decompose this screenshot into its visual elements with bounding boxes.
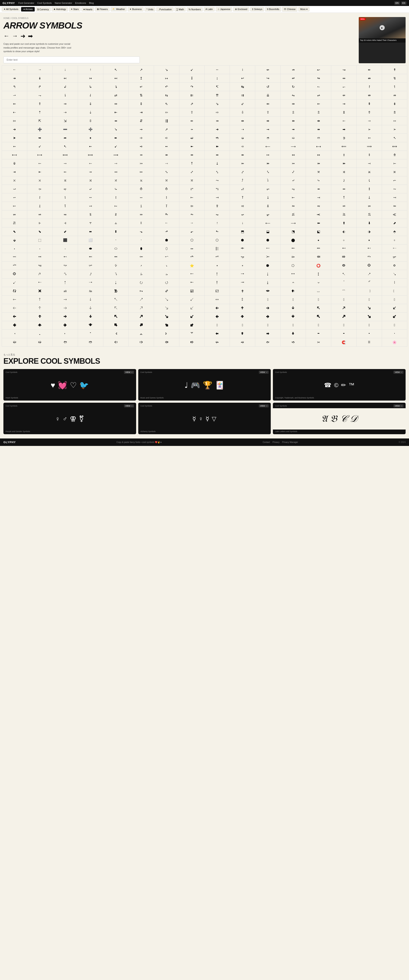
symbol-cell[interactable]: 🢃 [78, 321, 103, 329]
symbol-cell[interactable]: ⤟ [103, 168, 129, 176]
symbol-cell[interactable]: ⥢ [179, 202, 205, 210]
symbol-cell[interactable]: ↿ [382, 83, 407, 91]
symbol-cell[interactable]: 🢂 [53, 321, 78, 329]
symbol-cell[interactable]: ⥨ [331, 202, 356, 210]
symbol-cell[interactable]: ⥌ [27, 193, 53, 202]
symbol-cell[interactable]: ⬩ [2, 244, 27, 253]
symbol-cell[interactable]: 🡹 [230, 312, 255, 321]
symbol-cell[interactable]: ⤬ [27, 176, 53, 185]
symbol-cell[interactable]: ⬿ [154, 253, 179, 261]
symbol-cell[interactable]: 🗣 [280, 287, 306, 295]
symbol-cell[interactable]: 🡔 [103, 295, 129, 304]
symbol-cell[interactable]: 🢦 [154, 338, 179, 347]
symbol-cell[interactable]: ↑ [205, 219, 230, 227]
symbol-cell[interactable]: 🡥 [129, 304, 154, 312]
symbol-cell[interactable]: ⬋ [53, 227, 78, 236]
symbol-cell[interactable]: ↧ [179, 74, 205, 83]
symbol-cell[interactable]: ⥯ [103, 210, 129, 219]
symbol-cell[interactable]: ⇄ [103, 91, 129, 99]
symbol-cell[interactable]: ➻ [154, 142, 179, 151]
symbol-cell[interactable]: 🡒 [53, 295, 78, 304]
symbol-cell[interactable]: 🢤 [103, 338, 129, 347]
symbol-cell[interactable]: ⬧ [356, 236, 382, 244]
symbol-cell[interactable]: ⇃ [78, 91, 103, 99]
symbol-cell[interactable]: ⇊ [255, 91, 280, 99]
symbol-cell[interactable]: ↯ [382, 74, 407, 83]
symbol-cell[interactable]: ⥫ [2, 210, 27, 219]
symbol-cell[interactable]: ⬽ [103, 253, 129, 261]
symbol-cell[interactable]: 🗜 [103, 287, 129, 295]
symbol-cell[interactable]: ⭕ [306, 261, 331, 270]
symbol-cell[interactable]: ⇱ [27, 116, 53, 125]
symbol-cell[interactable]: ⥇ [306, 185, 331, 193]
nav-link-font-generator[interactable]: Font Generator [18, 2, 34, 4]
symbol-cell[interactable]: ↪ [255, 74, 280, 83]
symbol-cell[interactable]: ⭊ [27, 261, 53, 270]
symbol-cell[interactable]: 🡛 [280, 295, 306, 304]
symbol-cell[interactable]: ⤑ [154, 159, 179, 168]
footer-link-privacy[interactable]: Privacy [272, 441, 280, 443]
symbol-cell[interactable]: ↗ [129, 65, 154, 74]
symbol-cell[interactable]: ⭑ [205, 261, 230, 270]
tab-stars[interactable]: ✶ Stars [69, 7, 81, 11]
symbol-cell[interactable]: 🡬 [306, 304, 331, 312]
symbol-cell[interactable]: ➟ [280, 125, 306, 134]
symbol-cell[interactable]: ⥮ [78, 210, 103, 219]
symbol-cell[interactable]: 🢫 [280, 338, 306, 347]
symbol-cell[interactable]: 🡐 [2, 295, 27, 304]
symbol-cell[interactable]: 🡟 [382, 295, 407, 304]
symbol-cell[interactable]: 🡤 [103, 304, 129, 312]
symbol-cell[interactable]: ⤦ [280, 168, 306, 176]
symbol-cell[interactable]: ⇉ [230, 91, 255, 99]
symbol-cell[interactable]: ⬬ [78, 244, 103, 253]
symbol-cell[interactable]: ➝ [230, 125, 255, 134]
symbol-cell[interactable]: ⟹ [356, 142, 382, 151]
symbol-cell[interactable]: ⇈ [205, 91, 230, 99]
symbol-cell[interactable]: ⬝ [103, 236, 129, 244]
symbol-cell[interactable]: ↓ [53, 65, 78, 74]
symbol-cell[interactable]: ⇛ [280, 99, 306, 108]
symbol-cell[interactable]: ⇐ [2, 99, 27, 108]
symbol-cell[interactable]: ⦀ [129, 219, 154, 227]
symbol-cell[interactable]: ⭀ [179, 253, 205, 261]
symbol-cell[interactable]: ⇧ [179, 108, 205, 116]
symbol-cell[interactable]: ⇝ [331, 99, 356, 108]
symbol-cell[interactable]: ⤵ [255, 176, 280, 185]
symbol-cell[interactable]: 🢄 [103, 321, 129, 329]
symbol-cell[interactable]: 🢞 [356, 329, 382, 338]
symbol-cell[interactable]: ⟺ [382, 142, 407, 151]
symbol-cell[interactable]: ⇷ [179, 116, 205, 125]
symbol-cell[interactable]: 🡘 [205, 295, 230, 304]
symbol-cell[interactable]: 🡣 [78, 304, 103, 312]
symbol-cell[interactable]: ↴ [103, 83, 129, 91]
symbol-cell[interactable]: 🢆 [154, 321, 179, 329]
explore-card-alchemy[interactable]: Cool SymbolsVIEW →☿♀☿▽Alchemy Symbols [138, 402, 271, 434]
symbol-cell[interactable]: 🡰 [2, 312, 27, 321]
symbol-cell[interactable]: ⤜ [27, 168, 53, 176]
symbol-cell[interactable]: ⇬ [306, 108, 331, 116]
symbol-cell[interactable]: 🡺 [255, 312, 280, 321]
explore-card-latin[interactable]: Cool SymbolsVIEW →𝔄𝔅𝒞𝒟Latin Letters and … [273, 402, 406, 434]
symbol-cell[interactable]: ⭃ [255, 253, 280, 261]
symbol-cell[interactable]: ➼ [179, 142, 205, 151]
symbol-cell[interactable]: ⭟ [154, 270, 179, 278]
tab-punctuation[interactable]: . Punctuation [156, 7, 173, 11]
symbol-cell[interactable]: ⤔ [230, 159, 255, 168]
symbol-cell[interactable]: ⇸ [205, 116, 230, 125]
symbol-cell[interactable]: ⥡ [154, 202, 179, 210]
symbol-cell[interactable]: 🗢 [255, 287, 280, 295]
symbol-cell[interactable]: ⇨ [205, 108, 230, 116]
symbol-cell[interactable]: 🢈 [205, 321, 230, 329]
symbol-cell[interactable]: ↼ [306, 83, 331, 91]
symbol-cell[interactable]: ⟼ [27, 151, 53, 159]
symbol-cell[interactable]: ↵ [129, 83, 154, 91]
symbol-cell[interactable]: ➜ [205, 125, 230, 134]
symbol-cell[interactable]: ↻ [280, 83, 306, 91]
symbol-cell[interactable]: 🢑 [27, 329, 53, 338]
symbol-cell[interactable]: ➪ [154, 134, 179, 142]
symbol-cell[interactable]: ⥚ [382, 193, 407, 202]
symbol-cell[interactable]: ⬘ [382, 227, 407, 236]
symbol-cell[interactable]: ⬇ [356, 219, 382, 227]
symbol-cell[interactable]: ⥟ [103, 202, 129, 210]
symbol-cell[interactable]: 🡚 [255, 295, 280, 304]
